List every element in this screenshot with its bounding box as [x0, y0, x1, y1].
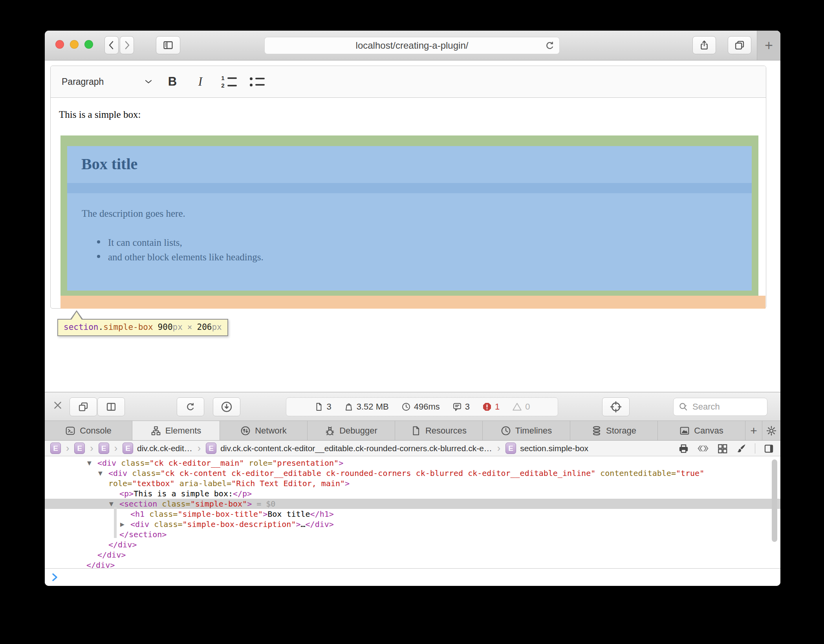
tab-storage[interactable]: Storage: [570, 421, 658, 440]
italic-button[interactable]: I: [190, 71, 210, 92]
tab-console[interactable]: Console: [45, 421, 132, 440]
divider: [755, 443, 755, 454]
detach-inspector-button[interactable]: [70, 397, 97, 416]
scrollbar-thumb[interactable]: [772, 459, 777, 542]
description-list: It can contain lists, and other block el…: [97, 237, 264, 266]
forward-button[interactable]: [120, 36, 134, 54]
dom-tree-row[interactable]: role="textbox" aria-label="Rich Text Edi…: [45, 478, 780, 488]
bold-icon: B: [168, 75, 177, 89]
dom-tree-row[interactable]: </div>: [45, 540, 780, 550]
share-button[interactable]: [692, 36, 716, 54]
bullet-icon: [97, 240, 100, 243]
zoom-window-button[interactable]: [84, 40, 93, 49]
numbered-list-button[interactable]: 1 2: [217, 71, 241, 92]
bulleted-list-icon: [250, 77, 265, 80]
tab-timelines[interactable]: Timelines: [483, 421, 570, 440]
stat-document[interactable]: 3: [314, 402, 331, 412]
new-tab-button[interactable]: +: [757, 31, 780, 60]
tab-elements[interactable]: Elements: [132, 421, 220, 440]
search-input[interactable]: [692, 401, 752, 412]
dock-side-button[interactable]: [97, 397, 125, 416]
timelines-icon: [501, 426, 511, 436]
tooltip-height: 206: [197, 322, 212, 332]
clock-icon: [401, 402, 411, 412]
breadcrumb-item[interactable]: E: [50, 443, 61, 454]
stat-bubble[interactable]: 3: [452, 402, 470, 412]
numbered-list-icon: 1: [221, 76, 236, 80]
tab-debugger[interactable]: Debugger: [308, 421, 395, 440]
italic-icon: I: [198, 75, 202, 89]
settings-button[interactable]: [762, 421, 780, 440]
close-window-button[interactable]: [55, 40, 64, 49]
breadcrumb-item[interactable]: Ediv.ck.ck-edit…: [123, 443, 192, 454]
breadcrumb-item[interactable]: Ediv.ck.ck-content.ck-editor__editable.c…: [206, 443, 492, 454]
stat-weight[interactable]: 3.52 MB: [344, 402, 389, 412]
tab-network[interactable]: Network: [220, 421, 308, 440]
highlight-description-block: The description goes here. It can contai…: [67, 193, 752, 291]
tab-canvas[interactable]: Canvas: [658, 421, 745, 440]
dom-tree-row[interactable]: </section>: [45, 529, 780, 540]
tooltip-class: simple-box: [103, 322, 153, 332]
tab-label: Elements: [165, 426, 201, 436]
bubble-icon: [452, 402, 462, 412]
breadcrumb-label: div.ck.ck-edit…: [137, 444, 192, 453]
close-inspector-icon[interactable]: [53, 400, 63, 410]
dom-tree-row[interactable]: ▼<section class="simple-box"> = $0: [45, 499, 780, 509]
download-button[interactable]: [213, 397, 240, 416]
reload-icon[interactable]: [544, 40, 555, 51]
bulleted-list-button[interactable]: [245, 71, 269, 92]
chevron-right-icon: [122, 40, 132, 51]
grid-layout-icon[interactable]: [717, 443, 728, 454]
dom-tree-row[interactable]: <h1 class="simple-box-title">Box title</…: [45, 509, 780, 519]
details-sidebar-icon[interactable]: [764, 443, 774, 454]
reload-page-button[interactable]: [177, 397, 204, 416]
paragraph-dropdown[interactable]: Paragraph: [62, 66, 104, 97]
back-button[interactable]: [104, 36, 119, 54]
element-picker-button[interactable]: [602, 397, 630, 416]
chevron-down-icon[interactable]: [144, 79, 153, 84]
stat-clock[interactable]: 496ms: [401, 402, 440, 412]
disclosure-expanded-icon[interactable]: ▼: [98, 468, 103, 478]
dom-tree-row[interactable]: <p>This is a simple box:</p>: [45, 488, 780, 499]
disclosure-expanded-icon[interactable]: ▼: [87, 458, 92, 468]
breadcrumb-item[interactable]: Esection.simple-box: [505, 443, 588, 454]
breadcrumb-item[interactable]: E: [99, 443, 109, 454]
tab-label: Storage: [606, 426, 636, 436]
warning-icon: [512, 402, 522, 412]
web-inspector: 33.52 MB496ms310 ConsoleElementsNetworkD…: [45, 392, 780, 586]
inspector-search-field[interactable]: [673, 398, 767, 416]
highlight-title-block: Box title: [67, 146, 752, 183]
disclosure-expanded-icon[interactable]: ▼: [109, 499, 114, 509]
dom-breadcrumb-bar: E›E›E›Ediv.ck.ck-edit…›Ediv.ck.ck-conten…: [45, 441, 780, 456]
sidebar-icon: [162, 40, 174, 51]
stat-value: 3: [465, 402, 470, 412]
sidebar-button[interactable]: [156, 36, 180, 54]
bold-button[interactable]: B: [162, 71, 183, 92]
plus-icon: +: [765, 37, 773, 54]
dom-tree-row[interactable]: ▼<div class="ck ck-content ck-editor__ed…: [45, 468, 780, 478]
stat-value: 496ms: [414, 402, 440, 412]
dom-tree-row[interactable]: ▶<div class="simple-box-description">…</…: [45, 519, 780, 529]
dom-tree-row[interactable]: </div>: [45, 560, 780, 568]
chevron-right-icon: ›: [114, 443, 117, 454]
console-prompt-row[interactable]: [45, 568, 780, 586]
url-text: localhost/creating-a-plugin/: [356, 40, 469, 51]
print-icon[interactable]: [678, 443, 689, 454]
tab-resources[interactable]: Resources: [395, 421, 483, 440]
address-bar[interactable]: localhost/creating-a-plugin/: [264, 37, 560, 54]
breadcrumb-item[interactable]: E: [74, 443, 85, 454]
stat-error[interactable]: 1: [482, 402, 500, 412]
box-title: Box title: [81, 155, 137, 173]
minimize-window-button[interactable]: [70, 40, 79, 49]
dom-tree-row[interactable]: </div>: [45, 550, 780, 560]
styles-brush-icon[interactable]: [736, 443, 747, 454]
add-panel-button[interactable]: +: [745, 421, 762, 440]
tab-overview-button[interactable]: [728, 36, 751, 54]
reload-icon: [185, 401, 196, 412]
stat-warning[interactable]: 0: [512, 402, 530, 412]
dom-tree-row[interactable]: ▼<div class="ck ck-editor__main" role="p…: [45, 458, 780, 468]
source-code-icon[interactable]: [697, 443, 709, 454]
indent-guide: [114, 507, 117, 538]
disclosure-collapsed-icon[interactable]: ▶: [120, 519, 125, 529]
weight-icon: [344, 402, 353, 412]
